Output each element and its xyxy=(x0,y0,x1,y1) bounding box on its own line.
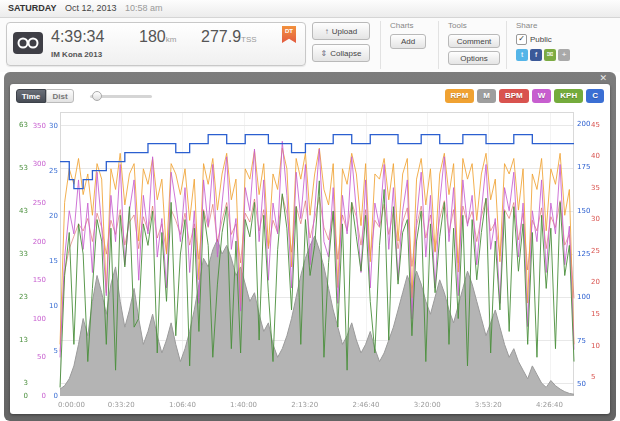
public-label: Public xyxy=(530,35,552,44)
tools-group-label: Tools xyxy=(448,21,500,30)
tss-unit: TSS xyxy=(241,35,257,44)
date-header: SATURDAY Oct 12, 2013 10:58 am xyxy=(0,0,620,18)
zoom-slider-handle[interactable] xyxy=(92,91,102,101)
duration-value: 4:39:34 xyxy=(51,28,104,46)
options-button[interactable]: Options xyxy=(448,51,500,65)
series-toggle-watts[interactable]: W xyxy=(532,89,552,103)
email-icon[interactable]: ✉ xyxy=(544,49,556,61)
zoom-slider-track[interactable] xyxy=(90,95,152,98)
twitter-icon[interactable]: t xyxy=(516,49,528,61)
app-window: SATURDAY Oct 12, 2013 10:58 am 4:39:34 1… xyxy=(0,0,620,421)
series-toggle-bpm[interactable]: BPM xyxy=(499,89,529,103)
series-toggle-group: RPM M BPM W KPH C xyxy=(445,89,604,103)
facebook-icon[interactable]: f xyxy=(530,49,542,61)
series-toggle-rpm[interactable]: RPM xyxy=(445,89,475,103)
upload-icon: ↑ xyxy=(325,27,329,36)
series-toggle-elevation[interactable]: M xyxy=(477,89,496,103)
upload-label: Upload xyxy=(332,27,357,36)
tools-group: Tools Comment Options xyxy=(438,21,500,69)
share-group-label: Share xyxy=(516,21,580,30)
add-label: Add xyxy=(401,37,415,46)
workout-title: IM Kona 2013 xyxy=(51,50,102,59)
time-toggle-button[interactable]: Time xyxy=(16,89,46,103)
series-toggle-temp[interactable]: C xyxy=(586,89,604,103)
distance-unit: km xyxy=(166,35,177,44)
series-toggle-kph[interactable]: KPH xyxy=(554,89,583,103)
header-date: Oct 12, 2013 xyxy=(65,3,117,13)
chart-panel: ✕ Time Dist RPM M BPM W KPH C xyxy=(4,72,616,421)
add-chart-button[interactable]: Add xyxy=(390,34,426,49)
collapse-icon: ⇕ xyxy=(321,49,328,58)
share-icons-row: t f ✉ + xyxy=(516,49,580,61)
close-icon[interactable]: ✕ xyxy=(599,73,607,83)
share-group: Share ✓ Public t f ✉ + xyxy=(506,21,580,69)
workout-graph[interactable] xyxy=(14,106,606,412)
comment-label: Comment xyxy=(457,37,492,46)
comment-button[interactable]: Comment xyxy=(448,34,500,48)
tss-value: 277.9TSS xyxy=(201,28,257,46)
dist-toggle-button[interactable]: Dist xyxy=(46,89,74,103)
charts-group: Charts Add xyxy=(380,21,432,69)
header-day: SATURDAY xyxy=(8,3,57,13)
options-label: Options xyxy=(460,54,488,63)
collapse-button[interactable]: ⇕ Collapse xyxy=(312,44,370,62)
workout-summary-card[interactable]: 4:39:34 180km 277.9TSS IM Kona 2013 DT xyxy=(6,22,306,66)
bike-activity-icon xyxy=(13,32,43,58)
charts-group-label: Charts xyxy=(390,21,432,30)
more-share-icon[interactable]: + xyxy=(558,49,570,61)
header-time: 10:58 am xyxy=(125,3,163,13)
collapse-label: Collapse xyxy=(330,49,361,58)
public-checkbox[interactable]: ✓ xyxy=(516,34,527,45)
device-ribbon-badge: DT xyxy=(282,26,296,43)
distance-value: 180km xyxy=(139,28,176,46)
upload-button[interactable]: ↑ Upload xyxy=(312,22,370,40)
workout-toolbar: 4:39:34 180km 277.9TSS IM Kona 2013 DT ↑… xyxy=(0,18,620,72)
chart-card: Time Dist RPM M BPM W KPH C xyxy=(10,84,610,414)
